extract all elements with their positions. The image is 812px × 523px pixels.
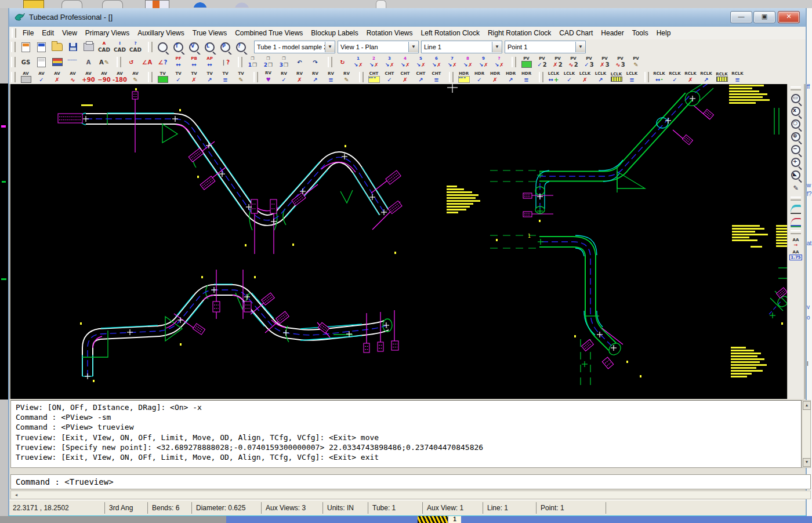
pv-new-icon[interactable]: PV <box>519 56 534 68</box>
rv-new-icon[interactable]: RV♥ <box>261 71 276 83</box>
tube-wireframe-icon[interactable] <box>789 215 803 228</box>
view-8-icon[interactable]: 8↘✗ <box>461 56 475 68</box>
scroll-up-icon[interactable]: ▲ <box>803 401 811 410</box>
toolbar-grip[interactable] <box>148 72 153 82</box>
cht-move-icon[interactable]: CHT↗ <box>414 71 428 83</box>
report-icon[interactable] <box>34 56 49 68</box>
rclk-ok-icon[interactable]: RCLK✓ <box>668 71 682 83</box>
save-icon[interactable] <box>66 41 80 53</box>
pf-icon[interactable]: PF↔ <box>171 56 186 68</box>
av-ok-icon[interactable]: AV✓ <box>34 71 49 83</box>
redo-icon[interactable]: ↷ <box>308 56 322 68</box>
toolbar-grip[interactable] <box>253 72 258 82</box>
zoom-help-icon[interactable]: ? <box>234 41 248 53</box>
toolbar-grip[interactable] <box>11 72 16 82</box>
menu-item-help[interactable]: Help <box>652 28 675 38</box>
rotate-icon[interactable]: ↺ <box>124 56 139 68</box>
hdr-del-icon[interactable]: HDR✗ <box>488 71 502 83</box>
zoom-line-icon[interactable]: L <box>202 41 217 53</box>
rv-move-icon[interactable]: RV↗ <box>308 71 322 83</box>
rclk-list-icon[interactable]: RCLK≡ <box>730 71 745 83</box>
view-7-icon[interactable]: 7↘✗ <box>445 56 459 68</box>
menu-item-view[interactable]: View <box>58 28 81 38</box>
zoom-in-icon[interactable]: + <box>789 156 803 169</box>
chevron-down-icon[interactable]: ▼ <box>325 42 335 52</box>
scroll-left-icon[interactable]: ◄ <box>12 492 20 498</box>
toolbar-grip[interactable] <box>11 57 16 67</box>
chevron-down-icon[interactable]: ▼ <box>408 42 418 52</box>
pv-swap3-icon[interactable]: PV∿3 <box>613 56 628 68</box>
pan-sketch-icon[interactable]: ✎ <box>789 181 803 194</box>
chevron-down-icon[interactable]: ▼ <box>575 42 585 52</box>
tv-list-icon[interactable]: TV≡ <box>218 71 233 83</box>
autoangle-value-icon[interactable]: AA1.75 <box>789 249 803 262</box>
rclk-del-icon[interactable]: RCLK✗ <box>683 71 698 83</box>
zoom-extents-icon[interactable]: x <box>789 105 803 118</box>
cht-list-icon[interactable]: CHT≡ <box>429 71 444 83</box>
av-m90-icon[interactable]: AV−90 <box>97 71 111 83</box>
view-5-icon[interactable]: 5↘✗ <box>414 56 428 68</box>
cht-del-icon[interactable]: CHT✗ <box>398 71 412 83</box>
zoom-point-icon[interactable]: P <box>218 41 233 53</box>
cht-ok-icon[interactable]: CHT✓ <box>382 71 397 83</box>
pv-ok2-icon[interactable]: PV✓2 <box>535 56 549 68</box>
toolbar-grip[interactable] <box>539 72 543 82</box>
view-1-icon[interactable]: 1↘✗ <box>351 56 365 68</box>
menu-item-left-rotation-clock[interactable]: Left Rotation Clock <box>417 28 484 38</box>
zoom-tube-icon[interactable]: T <box>171 41 186 53</box>
text-a-icon[interactable]: A <box>81 56 96 68</box>
lclk-ok-icon[interactable]: LCLK✓ <box>562 71 577 83</box>
tv-ok-icon[interactable]: TV✓ <box>171 71 186 83</box>
toolbar-grip[interactable] <box>148 42 153 52</box>
ap-icon[interactable]: AP↔ <box>202 56 217 68</box>
zoom-doc-icon[interactable] <box>155 41 170 53</box>
menu-item-auxillary-views[interactable]: Auxillary Views <box>133 28 188 38</box>
pv-del2-icon[interactable]: PV✗2 <box>550 56 565 68</box>
blockup-2-icon[interactable]: ❐2❐ <box>261 56 276 68</box>
new-file-icon[interactable] <box>19 41 33 53</box>
toolbar-grip[interactable] <box>449 72 454 82</box>
eraser-icon[interactable] <box>50 56 64 68</box>
zoom-window-icon[interactable]: ▭ <box>789 92 803 105</box>
toolbar-grip[interactable] <box>359 72 364 82</box>
new-file-blue-icon[interactable] <box>34 41 49 53</box>
zoom-dynamic-icon[interactable]: ○ <box>789 118 803 130</box>
blockup-1-icon[interactable]: ❐1❐ <box>245 56 260 68</box>
tube-shaded-icon[interactable] <box>789 202 803 215</box>
av-p90-icon[interactable]: AV+90 <box>81 71 96 83</box>
rv-list-icon[interactable]: RV≡ <box>324 71 338 83</box>
open-file-icon[interactable] <box>50 41 64 53</box>
dashed-lines-icon[interactable]: ╌╌╌ <box>66 56 80 68</box>
view-2-icon[interactable]: 2↘✗ <box>367 56 381 68</box>
tv-del-icon[interactable]: TV✗ <box>187 71 201 83</box>
menu-item-combined-true-views[interactable]: Combined True Views <box>231 28 307 38</box>
print-icon[interactable] <box>81 41 96 53</box>
toolbar-grip[interactable] <box>791 230 801 234</box>
lclk-ruler-icon[interactable]: LCLK <box>609 71 624 83</box>
zoom-view-icon[interactable]: V <box>187 41 201 53</box>
av-new-icon[interactable]: AV <box>19 71 33 83</box>
hdr-list-icon[interactable]: HDR≡ <box>519 71 534 83</box>
gs-icon[interactable]: GS <box>19 56 33 68</box>
undo-icon[interactable]: ↶ <box>292 56 307 68</box>
point-dropdown[interactable]: Point 1▼ <box>505 41 586 53</box>
hdr-move-icon[interactable]: HDR↗ <box>503 71 518 83</box>
view-4-icon[interactable]: 4↘✗ <box>398 56 412 68</box>
view-dropdown[interactable]: View 1 - Plan▼ <box>338 41 419 53</box>
pv-ok3-icon[interactable]: PV✓3 <box>582 56 596 68</box>
toolbar-grip[interactable] <box>328 57 332 67</box>
menu-item-tools[interactable]: Tools <box>628 28 652 38</box>
rv-edit-icon[interactable]: RV✎ <box>339 71 354 83</box>
hdr-new-icon[interactable]: HDR▬▬ ▬ <box>456 71 471 83</box>
lclk-del-icon[interactable]: LCLK✗ <box>578 71 592 83</box>
tube-dropdown[interactable]: Tube 1 - model sample 2b▼ <box>254 41 335 53</box>
command-input[interactable]: Command : <Trueview> <box>10 474 811 489</box>
tv-edit-icon[interactable]: TV✎ <box>234 71 248 83</box>
toolbar-grip[interactable] <box>238 57 242 67</box>
menu-item-rotation-views[interactable]: Rotation Views <box>362 28 417 38</box>
rotate-view-icon[interactable]: ↻ <box>335 56 350 68</box>
angle-help-icon[interactable]: ∠? <box>155 56 170 68</box>
toolbar-grip[interactable] <box>117 57 121 67</box>
lclk-list-icon[interactable]: LCLK≡ <box>625 71 639 83</box>
cad-a-icon[interactable]: ACAD <box>97 41 111 53</box>
